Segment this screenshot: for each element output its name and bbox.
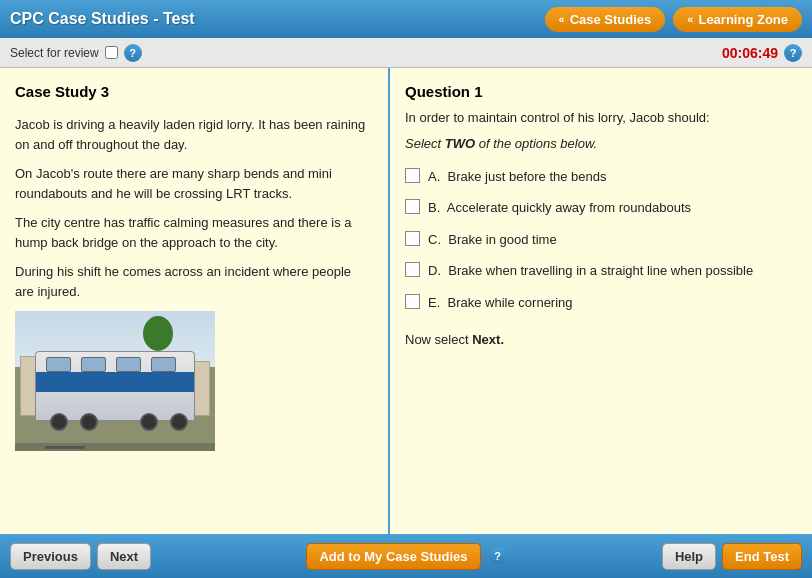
question-number: Question 1 — [405, 83, 797, 100]
answer-checkbox-d[interactable] — [405, 262, 420, 277]
learning-zone-nav-button[interactable]: « Learning Zone — [673, 7, 802, 32]
answer-option-c: C. Brake in good time — [405, 230, 797, 250]
tram-track — [15, 443, 215, 451]
answer-label-e: E. Brake while cornering — [428, 293, 573, 313]
answer-letter-d: D. — [428, 263, 441, 278]
toolbar-left: Select for review ? — [10, 44, 142, 62]
answer-text-b: Accelerate quickly away from roundabouts — [447, 200, 691, 215]
chevron-left-icon: « — [559, 13, 565, 25]
right-panel: Question 1 In order to maintain control … — [390, 68, 812, 534]
answer-label-c: C. Brake in good time — [428, 230, 557, 250]
track-line-2 — [65, 446, 85, 449]
learning-zone-label: Learning Zone — [698, 12, 788, 27]
toolbar-help-button[interactable]: ? — [124, 44, 142, 62]
next-instruction: Now select Next. — [405, 332, 797, 347]
footer-right: Help End Test — [662, 543, 802, 570]
answer-option-d: D. Brake when travelling in a straight l… — [405, 261, 797, 281]
tram-wheels — [35, 419, 195, 431]
answer-letter-b: B. — [428, 200, 440, 215]
answer-option-b: B. Accelerate quickly away from roundabo… — [405, 198, 797, 218]
wheel-3 — [140, 413, 158, 431]
tree-top-1 — [143, 316, 173, 351]
end-test-button[interactable]: End Test — [722, 543, 802, 570]
tram-window-2 — [81, 357, 106, 372]
select-review-checkbox[interactable] — [105, 46, 118, 59]
answer-label-a: A. Brake just before the bends — [428, 167, 607, 187]
toolbar-right: 00:06:49 ? — [722, 44, 802, 62]
question-instruction: Select TWO of the options below. — [405, 136, 797, 151]
help-button[interactable]: Help — [662, 543, 716, 570]
answer-text-e: Brake while cornering — [448, 295, 573, 310]
case-study-title: Case Study 3 — [15, 83, 373, 100]
case-paragraph-2: On Jacob's route there are many sharp be… — [15, 164, 373, 203]
case-studies-nav-button[interactable]: « Case Studies — [545, 7, 666, 32]
chevron-left-icon-2: « — [687, 13, 693, 25]
timer-help-button[interactable]: ? — [784, 44, 802, 62]
track-line-1 — [45, 446, 65, 449]
wheel-2 — [80, 413, 98, 431]
add-to-case-studies-button[interactable]: Add to My Case Studies — [306, 543, 480, 570]
tram-window-3 — [116, 357, 141, 372]
tram-window-4 — [151, 357, 176, 372]
next-button[interactable]: Next — [97, 543, 151, 570]
question-text: In order to maintain control of his lorr… — [405, 108, 797, 128]
toolbar: Select for review ? 00:06:49 ? — [0, 38, 812, 68]
answer-text-a: Brake just before the bends — [448, 169, 607, 184]
case-paragraph-4: During his shift he comes across an inci… — [15, 262, 373, 301]
app-title: CPC Case Studies - Test — [10, 10, 195, 28]
tram-window-1 — [46, 357, 71, 372]
tram-stripe — [36, 372, 194, 392]
answer-options: A. Brake just before the bends B. Accele… — [405, 167, 797, 313]
wheel-4 — [170, 413, 188, 431]
tram-body — [35, 351, 195, 421]
answer-letter-e: E. — [428, 295, 440, 310]
answer-checkbox-c[interactable] — [405, 231, 420, 246]
answer-label-b: B. Accelerate quickly away from roundabo… — [428, 198, 691, 218]
main-content: Case Study 3 Jacob is driving a heavily … — [0, 68, 812, 534]
answer-letter-c: C. — [428, 232, 441, 247]
select-review-label: Select for review — [10, 46, 99, 60]
header: CPC Case Studies - Test « Case Studies «… — [0, 0, 812, 38]
case-paragraph-3: The city centre has traffic calming meas… — [15, 213, 373, 252]
footer-help-circle[interactable]: ? — [489, 547, 507, 565]
answer-checkbox-b[interactable] — [405, 199, 420, 214]
answer-option-e: E. Brake while cornering — [405, 293, 797, 313]
footer: Previous Next Add to My Case Studies ? H… — [0, 534, 812, 578]
case-paragraph-1: Jacob is driving a heavily laden rigid l… — [15, 115, 373, 154]
header-navigation: « Case Studies « Learning Zone — [545, 7, 802, 32]
answer-text-d: Brake when travelling in a straight line… — [448, 263, 753, 278]
left-panel: Case Study 3 Jacob is driving a heavily … — [0, 68, 390, 534]
answer-option-a: A. Brake just before the bends — [405, 167, 797, 187]
footer-center: Add to My Case Studies ? — [306, 543, 506, 570]
footer-left: Previous Next — [10, 543, 151, 570]
wheel-1 — [50, 413, 68, 431]
answer-checkbox-a[interactable] — [405, 168, 420, 183]
timer-display: 00:06:49 — [722, 45, 778, 61]
previous-button[interactable]: Previous — [10, 543, 91, 570]
answer-letter-a: A. — [428, 169, 440, 184]
case-studies-label: Case Studies — [570, 12, 652, 27]
tram-image — [15, 311, 215, 451]
answer-label-d: D. Brake when travelling in a straight l… — [428, 261, 753, 281]
answer-checkbox-e[interactable] — [405, 294, 420, 309]
answer-text-c: Brake in good time — [448, 232, 556, 247]
